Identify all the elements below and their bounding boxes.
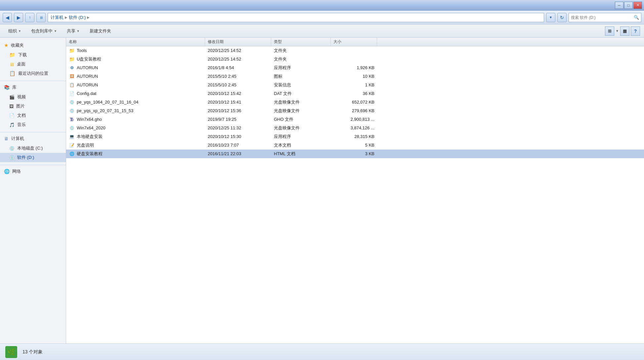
table-row[interactable]: 💿 pe_yqs_xp_20_07_31_15_53 2020/10/12 15…	[66, 107, 644, 115]
sidebar-item-desktop[interactable]: 🖥 桌面	[0, 60, 66, 69]
back-button[interactable]: ◀	[3, 13, 12, 22]
column-headers: 名称 修改日期 类型 大小	[66, 38, 644, 46]
sidebar-library-header[interactable]: 📚 库	[0, 82, 66, 92]
sidebar-item-downloads[interactable]: 📁 下载	[0, 50, 66, 60]
file-type-8: GHO 文件	[271, 116, 331, 122]
sidebar-network-header[interactable]: 🌐 网络	[0, 166, 66, 176]
preview-pane-button[interactable]: ▦	[620, 26, 629, 36]
search-input[interactable]	[571, 15, 632, 20]
sidebar-item-video[interactable]: 🎬 视频	[0, 92, 66, 102]
file-icon-1: 📁	[69, 56, 75, 62]
sidebar: ★ 收藏夹 📁 下载 🖥 桌面 📋 最近访问的位置 📚 库	[0, 38, 66, 343]
new-folder-button[interactable]: 新建文件夹	[85, 26, 115, 36]
file-name-11: 📝 光盘说明	[66, 142, 205, 148]
file-date-3: 2015/5/10 2:45	[205, 74, 271, 79]
sidebar-item-pictures[interactable]: 🖼 图片	[0, 102, 66, 111]
sidebar-item-drive-c[interactable]: 💿 本地磁盘 (C:)	[0, 144, 66, 153]
new-folder-label: 新建文件夹	[90, 28, 111, 34]
drive-d-label: 软件 (D:)	[17, 155, 34, 160]
file-name-text-6: pe_yqs_1064_20_07_31_16_04	[77, 100, 139, 105]
minimize-button[interactable]: ─	[615, 2, 623, 9]
table-row[interactable]: 🌐 硬盘安装教程 2016/11/21 22:03 HTML 文档 3 KB	[66, 150, 644, 158]
file-icon-9: 💿	[69, 125, 75, 131]
file-name-4: 📋 AUTORUN	[66, 82, 205, 88]
file-name-6: 💿 pe_yqs_1064_20_07_31_16_04	[66, 99, 205, 105]
maximize-button[interactable]: □	[624, 2, 633, 9]
table-row[interactable]: 📁 Tools 2020/12/25 14:52 文件夹	[66, 46, 644, 55]
help-button[interactable]: ?	[631, 26, 640, 36]
table-row[interactable]: 💿 pe_yqs_1064_20_07_31_16_04 2020/10/12 …	[66, 98, 644, 107]
search-box: 🔍	[569, 13, 641, 22]
status-count: 13 个对象	[22, 349, 43, 355]
table-row[interactable]: ⚙ AUTORUN 2016/1/8 4:54 应用程序 1,926 KB	[66, 64, 644, 72]
file-date-4: 2015/5/10 2:45	[205, 82, 271, 87]
file-date-0: 2020/12/25 14:52	[205, 48, 271, 53]
archive-label: 包含到库中	[31, 28, 53, 34]
file-size-3: 10 KB	[331, 74, 377, 79]
refresh-button[interactable]: ↻	[557, 13, 567, 22]
divider-3	[0, 165, 66, 165]
sidebar-library-section: 📚 库 🎬 视频 🖼 图片 📄 文档 🎵 音乐	[0, 82, 66, 129]
file-date-6: 2020/10/12 15:41	[205, 100, 271, 105]
breadcrumb-drive[interactable]: 软件 (D:)	[69, 15, 86, 21]
search-icon: 🔍	[634, 15, 639, 20]
pictures-label: 图片	[16, 103, 25, 109]
close-button[interactable]: ✕	[633, 2, 642, 9]
file-icon-0: 📁	[69, 48, 75, 54]
file-name-1: 📁 U盘安装教程	[66, 56, 205, 62]
table-row[interactable]: 💻 本地硬盘安装 2020/10/12 15:30 应用程序 28,315 KB	[66, 132, 644, 141]
sidebar-item-drive-d[interactable]: 💿 软件 (D:)	[0, 153, 66, 162]
view-toggle-button[interactable]: ⊞	[605, 26, 614, 36]
file-list: 📁 Tools 2020/12/25 14:52 文件夹 📁 U盘安装教程 20…	[66, 46, 644, 343]
table-row[interactable]: 💿 Win7x64_2020 2020/12/25 11:32 光盘映像文件 3…	[66, 124, 644, 132]
table-row[interactable]: 📋 AUTORUN 2015/5/10 2:45 安装信息 1 KB	[66, 81, 644, 89]
file-name-text-11: 光盘说明	[77, 142, 94, 148]
dropdown-button[interactable]: ▼	[546, 13, 555, 22]
file-type-5: DAT 文件	[271, 91, 331, 97]
sidebar-favorites-header[interactable]: ★ 收藏夹	[0, 40, 66, 50]
table-row[interactable]: 🗜 Win7x64.gho 2019/9/7 19:25 GHO 文件 2,90…	[66, 115, 644, 124]
view-arrow[interactable]: ▼	[616, 29, 619, 33]
archive-button[interactable]: 包含到库中 ▼	[27, 26, 61, 36]
archive-arrow: ▼	[54, 29, 57, 33]
status-bar: 🌿 13 个对象	[0, 343, 644, 360]
status-icon: 🌿	[5, 346, 17, 358]
sidebar-item-recent[interactable]: 📋 最近访问的位置	[0, 69, 66, 78]
file-name-text-2: AUTORUN	[77, 65, 98, 70]
video-icon: 🎬	[9, 95, 15, 100]
sidebar-item-music[interactable]: 🎵 音乐	[0, 120, 66, 129]
breadcrumb-computer[interactable]: 计算机	[51, 15, 64, 21]
organize-button[interactable]: 组织 ▼	[4, 26, 25, 36]
breadcrumb-arrow-1: ▶	[65, 16, 67, 19]
col-header-type[interactable]: 类型	[271, 38, 331, 46]
toolbar: 组织 ▼ 包含到库中 ▼ 共享 ▼ 新建文件夹 ⊞ ▼ ▦ ?	[0, 24, 644, 38]
share-button[interactable]: 共享 ▼	[63, 26, 84, 36]
breadcrumb-arrow-2: ▶	[87, 16, 90, 19]
table-row[interactable]: 📄 Config.dat 2020/10/12 15:42 DAT 文件 36 …	[66, 89, 644, 98]
address-bar: ◀ ▶ ↑ 🖥 计算机 ▶ 软件 (D:) ▶ ▼ ↻ 🔍	[0, 11, 644, 24]
table-row[interactable]: 📁 U盘安装教程 2020/12/25 14:52 文件夹	[66, 55, 644, 64]
table-row[interactable]: 📝 光盘说明 2016/10/23 7:07 文本文档 5 KB	[66, 141, 644, 150]
drive-c-icon: 💿	[9, 146, 15, 151]
network-icon: 🌐	[4, 169, 10, 174]
star-icon: ★	[4, 42, 8, 48]
file-name-text-12: 硬盘安装教程	[77, 151, 103, 157]
col-header-name[interactable]: 名称	[66, 38, 205, 46]
file-size-4: 1 KB	[331, 82, 377, 87]
col-header-date[interactable]: 修改日期	[205, 38, 271, 46]
favorites-label: 收藏夹	[11, 42, 24, 48]
file-date-9: 2020/12/25 11:32	[205, 125, 271, 130]
file-type-0: 文件夹	[271, 48, 331, 54]
file-size-2: 1,926 KB	[331, 65, 377, 70]
col-header-size[interactable]: 大小	[331, 38, 377, 46]
file-name-8: 🗜 Win7x64.gho	[66, 116, 205, 122]
up-button[interactable]: ↑	[25, 13, 34, 22]
organize-arrow: ▼	[18, 29, 21, 33]
forward-button[interactable]: ▶	[14, 13, 23, 22]
file-size-10: 28,315 KB	[331, 134, 377, 139]
sidebar-item-documents[interactable]: 📄 文档	[0, 111, 66, 120]
file-size-11: 5 KB	[331, 143, 377, 148]
recent-label: 最近访问的位置	[18, 70, 48, 76]
table-row[interactable]: 🖼 AUTORUN 2015/5/10 2:45 图标 10 KB	[66, 72, 644, 81]
sidebar-computer-header[interactable]: 🖥 计算机	[0, 134, 66, 144]
